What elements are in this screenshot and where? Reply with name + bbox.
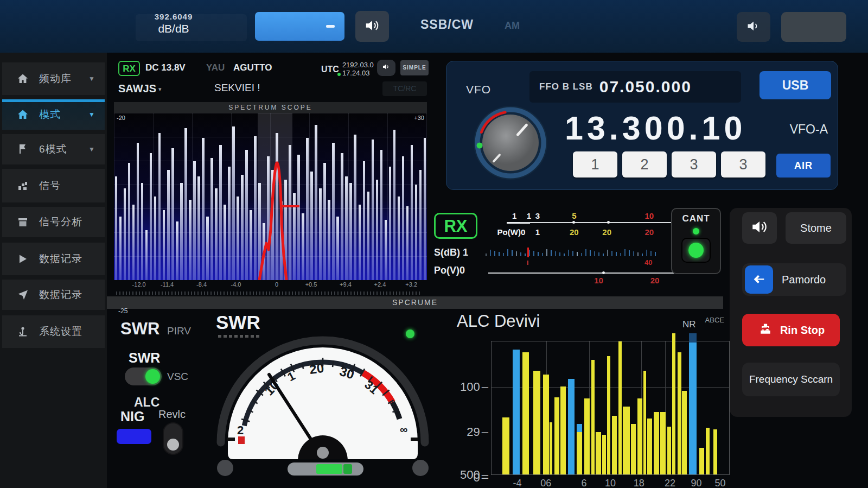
power-scale-number: 20 [644,227,654,237]
mode-label-secondary[interactable]: AM [505,20,520,31]
sidebar-item-6[interactable]: 数据记录 [2,243,105,275]
sidebar-item-8[interactable]: 系统设置 [2,315,105,348]
meter-tick [538,252,539,256]
agc-label[interactable]: AGUTTO [233,62,272,73]
utc-clock: UTC2192.03.017.24.03 [321,61,374,78]
power-scale-number: 1 [535,227,540,237]
meter-tick [581,253,582,256]
audio-button[interactable] [742,212,777,244]
swr-toggle[interactable] [125,367,162,385]
meter-tick [655,252,656,256]
play-icon [16,252,29,265]
power-scale-number: 1 [512,211,516,220]
meter-tick [616,252,617,256]
sidebar-item-2[interactable]: 模式▼ [2,99,105,130]
alc-x-label: 10 [605,478,616,488]
alc-bar [568,379,575,474]
settings-icon [16,325,29,338]
sidebar-item-3[interactable]: 6模式▼ [2,134,105,164]
memory-button-3[interactable]: 3 [672,151,716,178]
spectrum-scope-plot[interactable]: -20 +30 [114,113,427,280]
power-scale-number: 20 [570,227,579,237]
mode-label[interactable]: SSB/CW [420,17,474,32]
frequency-scan-button[interactable]: Frequency Sccarn [742,363,840,396]
utc-status-dot [337,73,341,76]
simple-mode-button[interactable]: SIMPLE [400,60,429,75]
topbar-meter-readout: 392.6049 dB/dB [122,12,225,35]
spectrum-x-axis: -12.0-11.4-8.4-4.00+0.5+9.4+2.4+3.2 [114,281,427,290]
sidebar-item-label: 数据记录 [39,288,82,302]
spectrum-scope-title: SPECTRUM SCOPE [114,102,427,113]
usb-mode-button[interactable]: USB [760,71,831,99]
alc-x-label: 50 [714,478,725,488]
meter-tick [546,249,547,256]
tc-rc-dim-button[interactable]: TC/RC [382,81,427,96]
scope-speaker-button[interactable] [377,60,395,76]
sidebar-item-1[interactable]: 频动库▼ [2,62,105,95]
alc-label: ALC [134,395,159,410]
blue-indicator-button[interactable] [117,429,151,444]
alc-bar [689,343,697,474]
sidebar-item-7[interactable]: 数据记录 [2,280,105,310]
scale-dot [572,221,575,224]
cant-button[interactable] [681,238,711,263]
alc-bar [667,427,671,474]
sidebar-item-5[interactable]: 信号分析 [2,207,105,237]
gauge-screw-left [217,460,233,476]
rx-status-badge: RX [118,61,140,76]
cant-led [693,228,699,235]
s-meter-label: S(dB) 1 [434,247,468,258]
topbar-gray-button[interactable] [781,12,846,42]
meter-tick [525,253,526,256]
mini-toggle-switch[interactable] [163,422,183,455]
scope-dropdown-label[interactable]: SAWJS [118,83,156,95]
speaker-button[interactable] [355,11,389,42]
gauge-num-2: 2 [237,423,244,437]
sidebar-item-label: 数据记录 [39,252,82,266]
alc-bar [672,333,675,474]
power-scale: 113510Po(W)01202020 [486,208,678,240]
po-scale-number: 20 [650,276,660,285]
air-button[interactable]: AIR [776,154,831,178]
spectrum-axis-label: -4.0 [231,281,241,288]
alc-bar [533,371,540,474]
alc-bar [602,435,606,475]
meter-tick [564,253,565,256]
sidebar-item-label: 信号 [39,179,61,193]
meter-tick [490,250,491,256]
store-button[interactable]: Stome [786,212,846,244]
alc-bar [643,371,646,474]
meter-tick [494,251,495,256]
vfo-b-display: FFO B LSB 07.050.000 [529,71,741,103]
alc-chart-panel: ALC Devivi ABCE NR 500100290-40661018229… [450,304,730,488]
sidebar-item-4[interactable]: 信号 [2,169,105,202]
s-meter-red-subtick [527,261,528,265]
tuning-knob[interactable] [473,105,548,181]
speaker-icon [364,17,380,36]
memory-button-4[interactable]: 3 [721,151,765,178]
rx-meter-badge: RX [434,213,477,239]
record-button[interactable]: Pamordo [742,263,846,296]
meter-tick [542,253,543,256]
toggle-dot [167,439,179,451]
meter-tick [607,250,608,256]
record-button-label: Pamordo [782,274,826,286]
scope-corner-right: +30 [414,115,424,121]
sidebar-item-label: 模式 [39,107,61,122]
meter-tick [598,252,599,256]
vfo-b-mode-label: FFO B LSB [539,81,593,92]
meter-tick [624,249,626,256]
memory-button-2[interactable]: 2 [622,151,667,178]
toggle-knob [145,369,160,384]
swr-corner-label: -25 [118,307,127,315]
memory-button-1[interactable]: 1 [573,151,617,178]
alc-bar [713,429,717,474]
s-meter-tick-strip [486,244,659,258]
primary-blue-button[interactable] [255,12,344,41]
utc-time: 17.24.03 [342,69,370,77]
swr-toggle-title: SWR [129,350,160,366]
spectrum-axis-label: +0.5 [305,281,317,288]
alc-x-label: -4 [513,478,521,488]
speaker-button-right[interactable] [737,12,770,42]
run-stop-button[interactable]: Rin Stop [742,314,840,346]
